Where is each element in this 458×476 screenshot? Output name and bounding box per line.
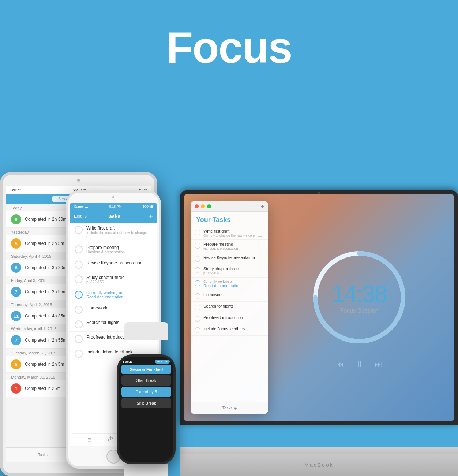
watch-extend-button[interactable]: Extend by 5 [121, 387, 171, 397]
mac-add-button[interactable]: + [261, 203, 264, 210]
devices-container: Carrier 5:27 PM 100% Sessions Tasks Toda… [0, 161, 458, 476]
iphone-status-bar: Carrier ☁ 5:18 PM 100%▮ [70, 203, 157, 210]
mac-titlebar: + [191, 201, 268, 212]
ipad-badge-6: 6 [11, 214, 21, 224]
task-circle[interactable] [195, 243, 200, 249]
macbook-brand-label: MacBook [304, 462, 333, 468]
mac-task-item-active[interactable]: Currently working on Read documentation [191, 278, 268, 290]
ipad-badge-7b: 7 [11, 335, 21, 345]
iphone-battery-icon: 100%▮ [143, 205, 153, 208]
mac-task-item[interactable]: Homework [191, 290, 268, 302]
iphone-task-item[interactable]: Write first draft Include the idea about… [70, 223, 157, 242]
mac-task-item[interactable]: Write first draft On how to change the w… [191, 227, 268, 240]
iphone-task-item[interactable]: Homework [70, 302, 157, 317]
iphone-nav-title: Tasks [106, 213, 121, 219]
macbook-base [180, 447, 458, 454]
task-circle[interactable] [195, 305, 200, 310]
iphone-time: 5:18 PM [109, 205, 122, 208]
mac-window-footer: Tasks ◈ [191, 402, 268, 414]
watch-band-top [124, 322, 168, 340]
iphone-navbar: Edit ✓ Tasks + [70, 210, 157, 223]
iphone-edit-button[interactable]: Edit [74, 214, 82, 219]
ipad-carrier: Carrier [10, 188, 21, 192]
iphone-task-item-active[interactable]: Currently working on Read documentation [70, 287, 157, 302]
timer-digits: 14:38 [332, 280, 387, 308]
task-circle[interactable] [75, 306, 83, 314]
macbook-lid: + Your Tasks Write first draft On how to… [180, 190, 458, 425]
task-circle[interactable] [75, 261, 83, 269]
watch-body: Focus FOCUS Session Finished Start Break… [117, 354, 176, 464]
mac-task-item[interactable]: Prepare meeting Handout & presentation [191, 240, 268, 253]
task-circle[interactable] [195, 256, 200, 262]
task-circle[interactable] [195, 267, 200, 273]
macbook-wallpaper: + Your Tasks Write first draft On how to… [184, 194, 454, 421]
macbook-screen: + Your Tasks Write first draft On how to… [184, 194, 454, 421]
timer-label: Focus Session [332, 308, 387, 314]
watch-content: Focus FOCUS Session Finished Start Break… [119, 357, 173, 412]
iphone-carrier: Carrier ☁ [74, 205, 88, 208]
watch-header: Focus FOCUS [121, 360, 171, 364]
mac-app-window: + Your Tasks Write first draft On how to… [191, 201, 268, 414]
macbook-device: + Your Tasks Write first draft On how to… [180, 190, 458, 476]
watch-session-finished: Session Finished [121, 365, 171, 374]
task-circle[interactable] [75, 350, 83, 358]
mac-task-item[interactable]: Proofread introduction [191, 313, 268, 324]
ipad-badge-1: 1 [11, 383, 21, 394]
iphone-task-item[interactable]: Revise Keynote presentation [70, 257, 157, 272]
ipad-nav-tasks[interactable]: ☰ Tasks [34, 453, 47, 457]
watch-app-name: Focus [123, 360, 133, 364]
macbook-camera [318, 192, 320, 194]
task-circle[interactable] [195, 327, 200, 333]
ipad-badge-11: 11 [11, 311, 21, 321]
ipad-badge-5: 5 [11, 238, 21, 249]
ipad-badge-7a: 7 [11, 287, 21, 297]
ipad-badge-5b: 5 [11, 359, 21, 369]
task-circle-active[interactable] [195, 280, 200, 286]
watch-skip-break-button[interactable]: Skip Break [121, 398, 171, 408]
mac-controls: ⏮ ⏸ ⏭ [336, 360, 382, 369]
macbook-footer: MacBook [180, 454, 458, 476]
iphone-camera [112, 196, 114, 198]
mac-timer-area: 14:38 Focus Session ⏮ ⏸ ⏭ [264, 194, 454, 421]
task-circle[interactable] [75, 335, 83, 343]
task-circle[interactable] [195, 316, 200, 322]
iphone-add-button[interactable]: + [149, 212, 153, 221]
minimize-icon[interactable] [201, 204, 205, 208]
pause-button[interactable]: ⏸ [355, 360, 363, 369]
app-title: Focus [0, 0, 458, 72]
mac-task-item[interactable]: Revise Keynote presentation [191, 253, 268, 264]
apple-watch-device: Focus FOCUS Session Finished Start Break… [113, 322, 179, 461]
mac-timer-text: 14:38 Focus Session [332, 280, 387, 314]
task-circle[interactable] [75, 245, 83, 253]
forward-button[interactable]: ⏭ [374, 360, 382, 369]
mac-task-item[interactable]: Include Johns feedback [191, 324, 268, 336]
checkmark-icon: ✓ [84, 213, 89, 219]
ipad-badge-8: 8 [11, 263, 21, 273]
watch-screen: Focus FOCUS Session Finished Start Break… [119, 357, 173, 462]
watch-start-break-button[interactable]: Start Break [121, 375, 171, 386]
mac-tasks-title: Your Tasks [191, 212, 268, 227]
task-circle[interactable] [195, 230, 200, 235]
task-circle[interactable] [75, 226, 83, 234]
fullscreen-icon[interactable] [207, 204, 211, 208]
watch-focus-badge: FOCUS [155, 360, 170, 364]
mac-timer-circle: 14:38 Focus Session [308, 246, 410, 349]
close-icon[interactable] [195, 204, 199, 208]
tasks-nav-icon[interactable]: ≡ [87, 436, 92, 444]
iphone-task-item[interactable]: Study chapter three p. 322-156 [70, 272, 157, 287]
mac-task-item[interactable]: Search for flights [191, 302, 268, 313]
task-circle-active[interactable] [75, 291, 83, 299]
ipad-camera [77, 179, 80, 182]
watch-band-bottom [124, 464, 168, 476]
rewind-button[interactable]: ⏮ [336, 360, 344, 369]
task-circle[interactable] [75, 275, 83, 283]
task-circle[interactable] [195, 293, 200, 299]
iphone-task-item[interactable]: Prepare meeting Handout & presentation [70, 242, 157, 257]
mac-task-item[interactable]: Study chapter three p. 322-156 [191, 264, 268, 278]
task-circle[interactable] [75, 320, 83, 328]
